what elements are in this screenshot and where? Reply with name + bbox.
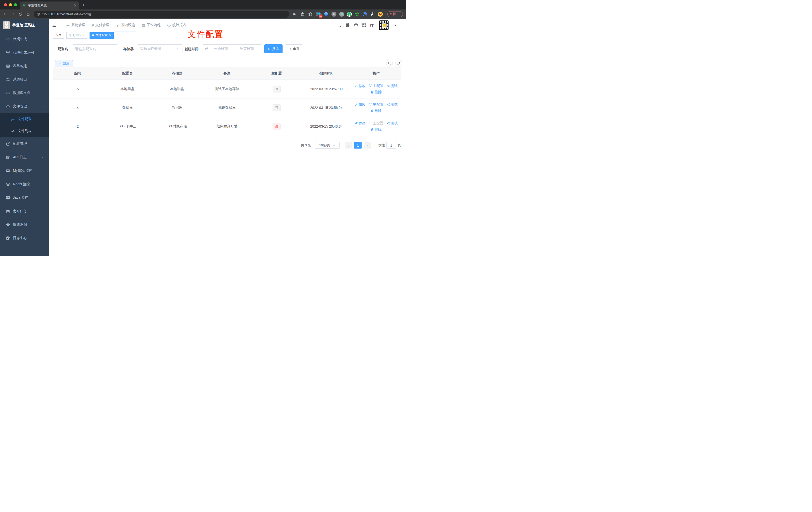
address-bar[interactable]: 127.0.0.1:1024/infra/file/file-config <box>34 11 289 18</box>
sidebar-item-file-config[interactable]: 文件配置 <box>0 113 49 125</box>
chrome-menu-icon[interactable]: ⋮ <box>398 12 401 16</box>
date-start-placeholder[interactable]: 开始日期 <box>208 47 233 51</box>
next-page-button[interactable]: › <box>364 142 371 149</box>
sidebar-item-mysql-monitor[interactable]: MySQL 监控 <box>0 164 49 178</box>
extension-recorder-icon[interactable] <box>339 12 344 17</box>
sidebar-item-config-manage[interactable]: 配置管理 <box>0 137 49 151</box>
sidebar-item-tracing[interactable]: 链路追踪 <box>0 218 49 231</box>
sidebar-item-api-log[interactable]: API 日志 <box>0 151 49 164</box>
sidebar-item-code-gen[interactable]: 代码生成 <box>0 32 49 46</box>
user-menu-caret-icon[interactable] <box>395 25 397 27</box>
extension-command-icon[interactable]: ⌘ <box>331 12 337 17</box>
share-icon[interactable] <box>300 12 305 16</box>
search-icon[interactable] <box>337 23 341 27</box>
sidebar-item-java-monitor[interactable]: Java 监控 <box>0 191 49 204</box>
extension-gem-icon[interactable] <box>324 12 329 17</box>
delete-link[interactable]: 删除 <box>371 109 382 113</box>
sidebar-item-db-doc[interactable]: 数据库文档 <box>0 86 49 100</box>
date-end-placeholder[interactable]: 结束日期 <box>234 47 259 51</box>
tag-close-icon[interactable]: ✕ <box>109 34 111 37</box>
tag-profile[interactable]: 个人中心 ✕ <box>66 32 87 39</box>
extension-y-icon[interactable]: y <box>347 12 352 17</box>
add-button[interactable]: 新增 <box>55 60 73 67</box>
date-range-picker[interactable]: 开始日期 - 结束日期 <box>202 44 262 53</box>
new-tab-button[interactable]: + <box>82 2 85 7</box>
minimize-window-button[interactable] <box>9 3 12 6</box>
file-config-table: 编号 配置名 存储器 备注 主配置 创建时间 操作 5 本地磁盘 本地磁盘 测试… <box>53 67 401 136</box>
back-icon[interactable] <box>3 12 7 16</box>
sidebar-item-redis-monitor[interactable]: Redis 监控 <box>0 178 49 191</box>
delete-link[interactable]: 删除 <box>371 127 382 132</box>
page-size-select[interactable]: 10条/页 <box>315 142 340 149</box>
password-key-icon[interactable] <box>293 12 297 16</box>
browser-tab[interactable]: 芋道管理系统 ✕ <box>20 1 79 9</box>
sidebar-item-scheduled-jobs[interactable]: 定时任务 <box>0 204 49 218</box>
app-logo[interactable]: 芋道管理系统 <box>0 19 49 31</box>
toggle-search-button[interactable] <box>386 60 393 66</box>
master-config-link[interactable]: 主配置 <box>369 102 383 107</box>
chrome-update-button[interactable]: 更新 ⋮ <box>387 11 403 17</box>
edit-link[interactable]: 修改 <box>355 84 366 88</box>
user-avatar[interactable] <box>379 21 388 30</box>
table-row: 2 S3 - 七牛云 S3 对象存储 戴佩妮真可爱 是 2022-03-15 2… <box>53 117 401 136</box>
cell-remark: 戴佩妮真可爱 <box>202 124 252 129</box>
home-icon[interactable] <box>26 12 30 16</box>
reload-icon[interactable] <box>19 12 23 16</box>
bookmark-star-icon[interactable] <box>308 12 313 16</box>
master-config-link-disabled[interactable]: 主配置 <box>369 121 383 126</box>
master-config-link[interactable]: 主配置 <box>369 84 383 88</box>
sidebar-item-code-demo[interactable]: 代码生成示例 <box>0 46 49 59</box>
pagination: 共 3 条 10条/页 ‹ 1 › 前往 页 <box>53 142 401 149</box>
config-name-input[interactable] <box>75 47 115 51</box>
gear-icon <box>11 117 15 121</box>
sidebar-collapse-icon[interactable] <box>52 23 57 27</box>
sidebar-item-system-api[interactable]: 系统接口 <box>0 73 49 86</box>
test-link[interactable]: 测试 <box>386 121 398 126</box>
edit-link[interactable]: 修改 <box>355 102 366 107</box>
nav-item-reports[interactable]: 统计报表 <box>167 19 186 31</box>
active-dot-icon <box>92 34 94 36</box>
goto-page-input[interactable] <box>386 142 396 149</box>
prev-page-button[interactable]: ‹ <box>345 142 352 149</box>
nav-item-infrastructure[interactable]: 基础设施 <box>116 19 135 31</box>
storage-select[interactable]: 请选择存储器 <box>137 44 183 53</box>
search-button[interactable]: 搜索 <box>264 44 283 53</box>
help-icon[interactable] <box>354 23 358 27</box>
extension-eye-icon[interactable] <box>362 12 367 17</box>
extension-star-icon[interactable] <box>355 12 359 17</box>
extension-tags-icon[interactable]: 11 <box>316 12 321 17</box>
nav-item-system[interactable]: 系统管理 <box>66 19 85 31</box>
tag-file-config[interactable]: 文件配置 ✕ <box>90 32 114 39</box>
sidebar-item-log-center[interactable]: 日志中心 <box>0 231 49 245</box>
window-controls[interactable] <box>4 3 17 6</box>
magnet-icon <box>369 122 372 125</box>
sidebar-item-file-manage[interactable]: 文件管理 <box>0 100 49 113</box>
sidebar-item-label: 数据库文档 <box>13 91 30 95</box>
add-button-label: 新增 <box>63 62 69 66</box>
sidebar-item-file-list[interactable]: 文件列表 <box>0 125 49 137</box>
site-info-icon[interactable] <box>37 12 40 16</box>
current-page-button[interactable]: 1 <box>354 142 361 149</box>
github-icon[interactable] <box>345 23 350 27</box>
nav-item-payment[interactable]: ¥ 支付管理 <box>92 19 109 31</box>
tab-close-icon[interactable]: ✕ <box>74 3 77 7</box>
reset-button[interactable]: 重置 <box>285 44 303 53</box>
zoom-window-button[interactable] <box>14 3 17 6</box>
close-window-button[interactable] <box>4 3 7 6</box>
nav-item-workflow[interactable]: 工作流程 <box>141 19 161 31</box>
test-link[interactable]: 测试 <box>386 102 398 107</box>
sidebar-item-form-builder[interactable]: 表单构建 <box>0 59 49 73</box>
extension-emoji-icon[interactable] <box>378 12 383 17</box>
refresh-table-button[interactable] <box>395 60 402 66</box>
test-link[interactable]: 测试 <box>386 84 398 88</box>
edit-link[interactable]: 修改 <box>355 121 366 126</box>
chart-icon <box>6 169 10 173</box>
monitor-check-icon <box>116 24 119 27</box>
forward-icon[interactable] <box>11 12 15 16</box>
tag-home[interactable]: 首页 <box>53 32 64 39</box>
fullscreen-icon[interactable] <box>362 23 366 27</box>
font-size-icon[interactable]: tT <box>370 23 374 27</box>
extensions-puzzle-icon[interactable] <box>370 12 375 17</box>
delete-link[interactable]: 删除 <box>371 90 382 94</box>
tag-close-icon[interactable]: ✕ <box>82 34 85 37</box>
